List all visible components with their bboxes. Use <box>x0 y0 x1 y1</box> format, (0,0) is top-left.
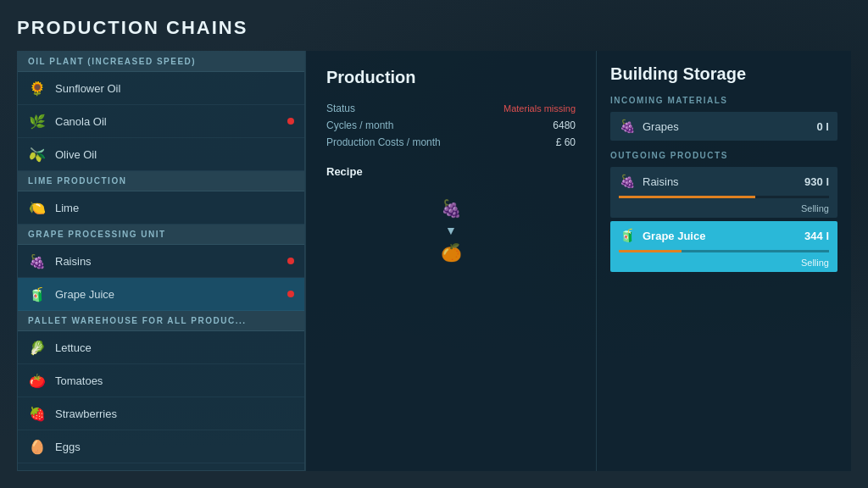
page-title: PRODUCTION CHAINS <box>17 17 851 39</box>
stat-row: Production Costs / month£ 60 <box>326 136 576 148</box>
section-header-pallet-warehouse: PALLET WAREHOUSE FOR ALL PRODUC... <box>18 311 304 331</box>
storage-name-grapes: Grapes <box>643 120 817 133</box>
alert-dot-grape-juice <box>287 291 294 297</box>
storage-item-grapes[interactable]: 🍇Grapes0 l <box>610 112 837 141</box>
item-label-sunflower-oil: Sunflower Oil <box>55 82 294 95</box>
storage-name-raisins: Raisins <box>643 175 804 188</box>
storage-value-grapes: 0 l <box>817 120 829 133</box>
storage-icon-raisins: 🍇 <box>619 173 636 190</box>
item-label-grape-juice: Grape Juice <box>55 288 287 301</box>
item-icon-lettuce: 🥬 <box>28 338 47 357</box>
stat-value: £ 60 <box>556 136 576 148</box>
storage-progress-raisins <box>619 196 829 198</box>
stats-table: StatusMaterials missingCycles / month648… <box>326 103 576 148</box>
left-panel: OIL PLANT (INCREASED SPEED)🌻Sunflower Oi… <box>17 51 305 471</box>
item-label-eggs: Eggs <box>55 441 294 453</box>
list-item-wool[interactable]: 🧶Wool <box>18 463 304 471</box>
middle-panel: Production StatusMaterials missingCycles… <box>305 51 597 471</box>
list-item-raisins[interactable]: 🍇Raisins <box>18 245 304 278</box>
item-icon-lime: 🍋 <box>28 198 47 217</box>
recipe-area: 🍇 ▼ 🍊 <box>326 190 576 271</box>
item-icon-olive-oil: 🫒 <box>28 145 47 164</box>
storage-icon-grapes: 🍇 <box>619 118 636 135</box>
stat-label: Cycles / month <box>326 119 393 131</box>
section-header-lime-production: LIME PRODUCTION <box>18 171 304 191</box>
list-item-eggs[interactable]: 🥚Eggs <box>18 430 304 463</box>
item-label-olive-oil: Olive Oil <box>55 148 294 161</box>
list-item-grape-juice[interactable]: 🧃Grape Juice <box>18 278 304 311</box>
item-icon-grape-juice: 🧃 <box>28 285 47 303</box>
list-item-sunflower-oil[interactable]: 🌻Sunflower Oil <box>18 72 304 105</box>
item-icon-tomatoes: 🍅 <box>28 371 47 390</box>
alert-dot-canola-oil <box>287 118 294 125</box>
stat-row: Cycles / month6480 <box>326 119 576 131</box>
section-header-oil-plant: OIL PLANT (INCREASED SPEED) <box>18 52 304 72</box>
stat-label: Production Costs / month <box>326 136 441 148</box>
section-header-grape-processing: GRAPE PROCESSING UNIT <box>18 225 304 245</box>
list-item-strawberries[interactable]: 🍓Strawberries <box>18 397 304 430</box>
item-label-lettuce: Lettuce <box>55 341 294 354</box>
list-item-lettuce[interactable]: 🥬Lettuce <box>18 331 304 364</box>
item-label-strawberries: Strawberries <box>55 408 294 420</box>
stat-row: StatusMaterials missing <box>326 103 576 114</box>
recipe-input-icon: 🍇 <box>441 198 462 219</box>
storage-value-raisins: 930 l <box>804 175 829 188</box>
list-item-olive-oil[interactable]: 🫒Olive Oil <box>18 138 304 171</box>
recipe-output-icon: 🍊 <box>441 242 462 263</box>
right-panel: Building Storage INCOMING MATERIALS 🍇Gra… <box>597 51 851 471</box>
item-icon-eggs: 🥚 <box>28 437 47 456</box>
item-icon-raisins: 🍇 <box>28 252 47 270</box>
list-item-canola-oil[interactable]: 🌿Canola Oil <box>18 105 304 138</box>
alert-dot-raisins <box>287 258 294 264</box>
list-item-lime[interactable]: 🍋Lime <box>18 191 304 225</box>
recipe-title: Recipe <box>326 165 576 178</box>
recipe-arrow-icon: ▼ <box>445 224 457 237</box>
outgoing-header: OUTGOING PRODUCTS <box>610 151 837 160</box>
storage-status-grape-juice: Selling <box>610 256 837 272</box>
item-icon-canola-oil: 🌿 <box>28 112 47 130</box>
item-label-raisins: Raisins <box>55 255 287 268</box>
storage-item-raisins[interactable]: 🍇Raisins930 lSelling <box>610 167 837 218</box>
list-item-tomatoes[interactable]: 🍅Tomatoes <box>18 364 304 397</box>
item-icon-wool: 🧶 <box>28 470 47 471</box>
production-title: Production <box>326 68 576 87</box>
item-icon-sunflower-oil: 🌻 <box>28 79 47 97</box>
incoming-header: INCOMING MATERIALS <box>610 96 837 105</box>
storage-status-raisins: Selling <box>610 202 837 218</box>
stat-value: Materials missing <box>504 103 576 114</box>
building-storage-title: Building Storage <box>610 64 837 84</box>
storage-icon-grape-juice: 🧃 <box>619 227 636 244</box>
item-label-tomatoes: Tomatoes <box>55 374 294 387</box>
storage-progress-grape-juice <box>619 250 829 252</box>
item-label-lime: Lime <box>55 202 294 214</box>
item-icon-strawberries: 🍓 <box>28 404 47 423</box>
item-label-canola-oil: Canola Oil <box>55 115 287 128</box>
storage-value-grape-juice: 344 l <box>804 230 829 242</box>
storage-name-grape-juice: Grape Juice <box>643 230 804 242</box>
stat-label: Status <box>326 103 355 114</box>
storage-item-grape-juice[interactable]: 🧃Grape Juice344 lSelling <box>610 221 837 272</box>
stat-value: 6480 <box>553 119 576 131</box>
